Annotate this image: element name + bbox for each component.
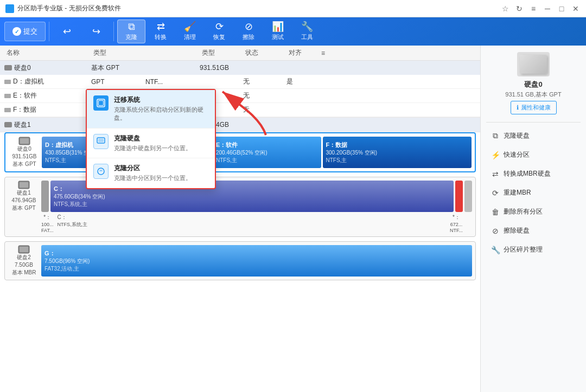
redo-button[interactable]: ↪ [82,20,110,43]
col-status: 对齐 [286,48,319,57]
disk1-name-cell: 硬盘1 [4,120,91,130]
disk0-name-cell: 硬盘0 [4,63,91,73]
disk0-part-e-type: NTFS,主 [216,157,318,164]
disk0-icon [4,65,12,70]
refresh-btn[interactable]: ↻ [514,4,524,14]
right-disk-visual-icon [517,52,550,76]
clone-disk-action-label: 克隆硬盘 [504,131,530,140]
clone-partition-item[interactable]: 克隆分区 克隆选中分区到另一个位置。 [87,158,215,188]
disk1-part-red[interactable] [455,181,463,212]
part-d-name-cell: D：虚拟机 [4,77,91,86]
clone-button[interactable]: ⧉ 克隆 [117,20,145,43]
left-panel: 名称 类型 类型 状态 对齐 ≡ 硬盘0 基本 GPT 931.51GB [0,46,480,392]
defrag-icon: 🔧 [491,246,500,254]
convert-button[interactable]: ⇄ 转换 [146,20,175,43]
svg-rect-10 [98,139,104,142]
right-disk-name-label: 硬盘0 [524,80,542,89]
right-disk-detail-label: 931.51 GB,基本 GPT [505,91,561,99]
clone-partition-icon [93,164,109,179]
partition-row-e[interactable]: E：软件 GPT NTF... 无 [0,89,480,103]
disk0-part-e-seg[interactable]: E：软件 200.46GB(52% 空闲) NTFS,主 [213,137,321,168]
disk1-name: 硬盘1 [14,120,31,130]
part-f-name-cell: F：数据 [4,105,91,114]
disk2-part-g-seg[interactable]: G： 7.50GB(96% 空闲) FAT32,活动,主 [41,245,472,277]
svg-rect-5 [20,247,28,252]
test-button[interactable]: 📊 测试 [264,20,292,43]
part-e-status: 无 [243,91,286,100]
disk0-visual: 硬盘0 931.51GB 基本 GPT D：虚拟机 430.85GB(31% 空… [4,132,476,172]
disk1-header-row[interactable]: 硬盘1 基本 GPT 476.94GB [0,118,480,132]
window-controls: ☆ ↻ ≡ ─ □ ✕ [500,4,581,14]
migrate-desc: 克隆系统分区和启动分区到新的硬盘。 [114,106,208,123]
menu-btn[interactable]: ≡ [528,4,538,14]
action-quick-partition[interactable]: ⚡ 快速分区 [486,147,581,163]
disk0-visual-name: 硬盘0 [17,145,31,153]
clone-dropdown: 迁移系统 克隆系统分区和启动分区到新的硬盘。 克隆硬盘 克隆选中硬盘到另一个位置… [86,89,216,189]
right-panel: 硬盘0 931.51 GB,基本 GPT ℹ 属性和健康 ⧉ 克隆硬盘 ⚡ 快速… [480,46,586,392]
disk2-visual: 硬盘2 7.50GB 基本 MBR G： 7.50GB(96% 空闲) FAT3… [4,241,476,280]
disk0-part-e-info: 200.46GB(52% 空闲) [216,149,318,157]
col-used: 状态 [243,48,286,57]
clone-disk-desc: 克隆选中硬盘到另一个位置。 [114,144,208,152]
partition-row-d[interactable]: D：虚拟机 GPT NTF... 无 是 [0,75,480,89]
rebuild-mbr-icon: ⟳ [491,189,500,197]
app-icon [5,4,14,13]
migrate-icon [93,95,109,111]
disk1-icon [4,122,12,127]
action-convert-mbr[interactable]: ⇄ 转换成MBR硬盘 [486,166,581,182]
toolbar-sep-2 [113,22,114,41]
maximize-btn[interactable]: □ [557,4,566,14]
disk1-part-star1[interactable] [41,181,49,212]
clone-disk-content: 克隆硬盘 克隆选中硬盘到另一个位置。 [114,134,208,152]
action-wipe-disk[interactable]: ⊘ 擦除硬盘 [486,223,581,239]
wipe-button[interactable]: ⊘ 擦除 [234,20,263,43]
tools-button[interactable]: 🔧 工具 [293,20,321,43]
convert-mbr-label: 转换成MBR硬盘 [504,169,551,178]
health-button[interactable]: ℹ 属性和健康 [511,101,557,114]
disk0-section: 硬盘0 基本 GPT 931.51GB D：虚拟机 GPT NTF... 无 是 [0,61,480,118]
svg-rect-1 [20,138,29,144]
submit-icon [12,27,21,36]
part-f-status: 无 [243,105,286,114]
action-delete-all[interactable]: 🗑 删除所有分区 [486,204,581,220]
table-header: 名称 类型 类型 状态 对齐 ≡ [0,46,480,61]
undo-button[interactable]: ↩ [53,20,81,43]
restore-button[interactable]: ⟳ 恢复 [205,20,233,43]
disk-visual-area: 硬盘0 931.51GB 基本 GPT D：虚拟机 430.85GB(31% 空… [0,132,480,289]
disk0-header-row[interactable]: 硬盘0 基本 GPT 931.51GB [0,61,480,75]
minimize-btn[interactable]: ─ [543,4,552,14]
col-type: 类型 [91,48,145,57]
disk0-part-f-seg[interactable]: F：数据 300.20GB(35% 空闲) NTFS,主 [323,137,472,168]
migrate-title: 迁移系统 [114,95,208,105]
action-defrag[interactable]: 🔧 分区碎片整理 [486,242,581,258]
disk1-part-c-info: 475.60GB(34% 空闲) [54,193,450,201]
part-e-name-cell: E：软件 [4,91,91,100]
part-f-icon [4,108,11,112]
disk0-part-f-type: NTFS,主 [326,157,469,164]
clone-disk-title: 克隆硬盘 [114,134,208,143]
clone-disk-action-icon: ⧉ [491,131,500,140]
submit-button[interactable]: 提交 [4,22,46,41]
action-clone-disk[interactable]: ⧉ 克隆硬盘 [486,128,581,144]
disk1-part-c-type: NTFS,系统,主 [54,201,450,208]
disk1-section: 硬盘1 基本 GPT 476.94GB [0,118,480,132]
partition-row-f[interactable]: F：数据 GPT NTF... 无 [0,103,480,117]
svg-rect-8 [99,101,103,105]
part-f-name: F：数据 [13,105,36,114]
delete-all-icon: 🗑 [491,208,500,216]
close-btn[interactable]: ✕ [571,4,581,14]
disk0-visual-size: 931.51GB [12,153,36,160]
right-disk-info: 硬盘0 931.51 GB,基本 GPT ℹ 属性和健康 [486,52,581,123]
app-title: 分区助手专业版 - 无损分区免费软件 [17,4,500,13]
wipe-disk-label: 擦除硬盘 [504,226,530,235]
cleanup-button[interactable]: 🧹 清理 [176,20,204,43]
action-rebuild-mbr[interactable]: ⟳ 重建MBR [486,185,581,201]
main-container: 名称 类型 类型 状态 对齐 ≡ 硬盘0 基本 GPT 931.51GB [0,46,586,392]
migrate-system-item[interactable]: 迁移系统 克隆系统分区和启动分区到新的硬盘。 [87,90,215,128]
quick-partition-icon: ⚡ [491,151,500,159]
toolbar: 提交 ↩ ↪ ⧉ 克隆 ⇄ 转换 🧹 清理 ⟳ 恢复 ⊘ 擦除 📊 测试 🔧 工… [0,17,586,46]
disk0-part-f-info: 300.20GB(35% 空闲) [326,149,469,157]
star-btn[interactable]: ☆ [500,4,510,14]
disk1-part-gray[interactable] [464,181,472,212]
clone-disk-item[interactable]: 克隆硬盘 克隆选中硬盘到另一个位置。 [87,128,215,158]
